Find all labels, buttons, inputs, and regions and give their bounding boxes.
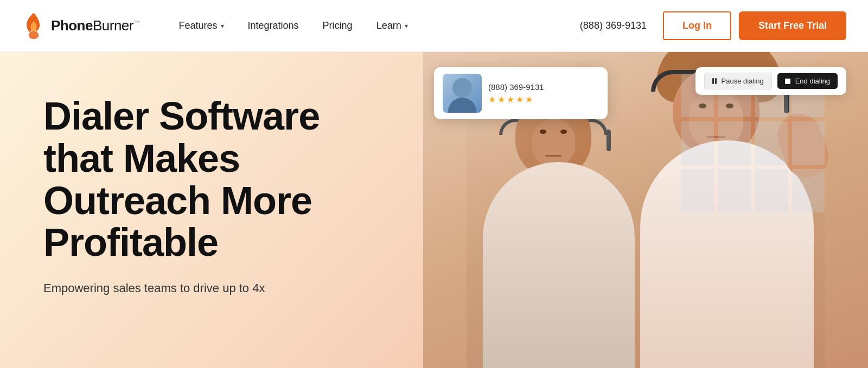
chevron-down-icon: ▾	[221, 22, 224, 30]
stop-icon	[785, 79, 790, 84]
caller-info: (888) 369-9131 ★ ★ ★ ★ ★	[488, 82, 544, 105]
hero-subtitle: Empowering sales teams to drive up to 4x	[43, 279, 347, 297]
phone-number: (888) 369-9131	[564, 20, 663, 32]
hero-content: Dialer Software that Makes Outreach More…	[0, 52, 423, 368]
caller-card: (888) 369-9131 ★ ★ ★ ★ ★	[434, 67, 608, 119]
nav-features[interactable]: Features ▾	[167, 15, 236, 37]
nav-integrations[interactable]: Integrations	[236, 15, 311, 37]
dialing-controls: Pause dialing End dialing	[695, 67, 846, 95]
hero-title: Dialer Software that Makes Outreach More…	[43, 95, 391, 264]
caller-stars: ★ ★ ★ ★ ★	[488, 94, 544, 105]
pause-dialing-button[interactable]: Pause dialing	[704, 73, 772, 89]
hero-section: Dialer Software that Makes Outreach More…	[0, 52, 868, 368]
pause-icon	[712, 78, 717, 84]
navbar: PhoneBurner™ Features ▾ Integrations Pri…	[0, 0, 868, 52]
nav-learn[interactable]: Learn ▾	[365, 15, 420, 37]
caller-number: (888) 369-9131	[488, 82, 544, 92]
star-4: ★	[516, 94, 524, 105]
star-2: ★	[497, 94, 505, 105]
nav-pricing[interactable]: Pricing	[311, 15, 365, 37]
person1	[483, 108, 646, 368]
brand-name: PhoneBurner™	[51, 17, 140, 34]
star-3: ★	[507, 94, 514, 105]
hero-image-area: (888) 369-9131 ★ ★ ★ ★ ★	[423, 52, 868, 368]
end-dialing-button[interactable]: End dialing	[777, 73, 838, 89]
star-5: ★	[525, 94, 533, 105]
chevron-down-icon: ▾	[405, 22, 408, 30]
caller-avatar	[443, 74, 482, 113]
person1-body	[483, 162, 635, 368]
flame-icon	[22, 12, 46, 40]
login-button[interactable]: Log In	[663, 11, 731, 40]
start-trial-button[interactable]: Start Free Trial	[739, 11, 846, 40]
star-1: ★	[488, 94, 496, 105]
mic-icon	[607, 130, 611, 151]
nav-links: Features ▾ Integrations Pricing Learn ▾	[167, 15, 564, 37]
logo[interactable]: PhoneBurner™	[22, 12, 140, 40]
svg-point-0	[29, 31, 39, 39]
